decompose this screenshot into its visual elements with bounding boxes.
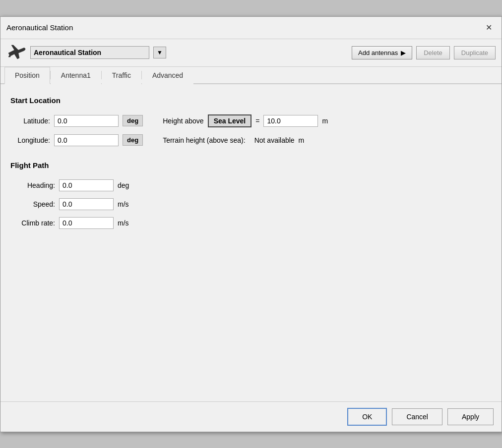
terrain-height-label: Terrain height (above sea): xyxy=(163,136,246,144)
heading-input[interactable] xyxy=(59,179,114,191)
climb-rate-unit: m/s xyxy=(118,219,129,227)
latitude-label: Latitude: xyxy=(10,117,50,125)
height-input[interactable] xyxy=(263,115,318,127)
button-bar: OK Cancel Apply xyxy=(0,401,502,432)
title-bar: Aeronautical Station ✕ xyxy=(0,17,502,39)
speed-label: Speed: xyxy=(10,200,55,208)
dropdown-section xyxy=(30,46,149,59)
speed-input[interactable] xyxy=(59,198,114,210)
cancel-button[interactable]: Cancel xyxy=(392,408,442,425)
climb-rate-row: Climb rate: m/s xyxy=(10,217,492,229)
heading-label: Heading: xyxy=(10,181,55,189)
flight-path-title: Flight Path xyxy=(10,161,492,169)
title-bar-left: Aeronautical Station xyxy=(6,23,73,32)
station-name-input[interactable] xyxy=(30,46,149,59)
toolbar: ▼ Add antennas ▶ Delete Duplicate xyxy=(0,39,502,67)
add-antennas-button[interactable]: Add antennas ▶ xyxy=(352,46,412,59)
longitude-label: Longitude: xyxy=(10,136,50,144)
speed-row: Speed: m/s xyxy=(10,198,492,210)
tab-advanced[interactable]: Advanced xyxy=(142,67,193,84)
latitude-input[interactable] xyxy=(54,115,119,127)
height-unit: m xyxy=(322,117,328,125)
dialog: Aeronautical Station ✕ ▼ Add antennas ▶ … xyxy=(0,16,502,432)
tab-position[interactable]: Position xyxy=(4,67,50,84)
apply-button[interactable]: Apply xyxy=(447,408,494,425)
climb-rate-input[interactable] xyxy=(59,217,114,229)
dropdown-arrow-button[interactable]: ▼ xyxy=(153,47,166,58)
tab-traffic[interactable]: Traffic xyxy=(102,67,141,84)
longitude-input[interactable] xyxy=(54,134,119,146)
add-antennas-label: Add antennas xyxy=(358,49,398,56)
equals-sign: = xyxy=(255,117,259,125)
dialog-title: Aeronautical Station xyxy=(6,23,73,32)
latitude-unit: deg xyxy=(123,115,143,126)
sea-level-button[interactable]: Sea Level xyxy=(208,114,252,127)
heading-row: Heading: deg xyxy=(10,179,492,191)
plane-icon xyxy=(6,43,26,62)
close-button[interactable]: ✕ xyxy=(482,21,496,35)
content-area: Start Location Latitude: deg Height abov… xyxy=(0,84,502,401)
speed-unit: m/s xyxy=(118,200,129,208)
delete-button[interactable]: Delete xyxy=(416,46,450,59)
ok-button[interactable]: OK xyxy=(347,408,387,426)
tab-antenna1[interactable]: Antenna1 xyxy=(51,67,101,84)
tab-bar: Position Antenna1 Traffic Advanced xyxy=(0,67,502,84)
climb-rate-label: Climb rate: xyxy=(10,219,55,227)
longitude-unit: deg xyxy=(123,134,143,146)
duplicate-button[interactable]: Duplicate xyxy=(454,46,496,59)
height-above-label: Height above xyxy=(163,117,204,125)
terrain-height-unit: m xyxy=(299,136,305,144)
terrain-height-value: Not available xyxy=(254,136,295,144)
flight-path-section: Flight Path Heading: deg Speed: m/s Clim… xyxy=(10,161,492,229)
start-location-title: Start Location xyxy=(10,96,492,105)
heading-unit: deg xyxy=(118,181,129,189)
add-antennas-arrow-icon: ▶ xyxy=(401,49,406,56)
